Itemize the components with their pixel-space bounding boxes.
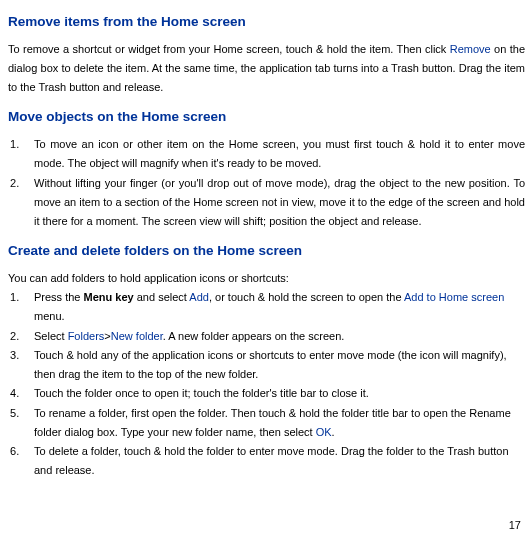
text: , or touch & hold the screen to open the	[209, 291, 404, 303]
intro-text: You can add folders to hold application …	[8, 269, 525, 288]
list-item: Touch & hold any of the application icon…	[8, 346, 525, 385]
text: Press the	[34, 291, 84, 303]
section-move-objects: Move objects on the Home screen To move …	[8, 105, 525, 231]
list-item: Press the Menu key and select Add, or to…	[8, 288, 525, 327]
list-item: To delete a folder, touch & hold the fol…	[8, 442, 525, 481]
section-create-folders: Create and delete folders on the Home sc…	[8, 239, 525, 480]
list-item: Touch the folder once to open it; touch …	[8, 384, 525, 403]
text: Select	[34, 330, 68, 342]
text: and select	[134, 291, 190, 303]
paragraph: To remove a shortcut or widget from your…	[8, 40, 525, 98]
add-home-label: Add to Home screen	[404, 291, 504, 303]
ok-label: OK	[316, 426, 332, 438]
heading-create-folders: Create and delete folders on the Home sc…	[8, 239, 525, 263]
heading-move-objects: Move objects on the Home screen	[8, 105, 525, 129]
add-label: Add	[189, 291, 209, 303]
list-item: To rename a folder, first open the folde…	[8, 404, 525, 443]
page-number: 17	[509, 516, 521, 535]
move-objects-list: To move an icon or other item on the Hom…	[8, 135, 525, 231]
section-remove-items: Remove items from the Home screen To rem…	[8, 10, 525, 97]
list-item: Select Folders>New folder. A new folder …	[8, 327, 525, 346]
list-item: Without lifting your finger (or you'll d…	[8, 174, 525, 232]
create-folders-list: Press the Menu key and select Add, or to…	[8, 288, 525, 481]
folders-label: Folders	[68, 330, 105, 342]
remove-link-text: Remove	[450, 43, 491, 55]
text: . A new folder appears on the screen.	[163, 330, 345, 342]
text: To rename a folder, first open the folde…	[34, 407, 511, 438]
menu-key-label: Menu key	[84, 291, 134, 303]
text: To remove a shortcut or widget from your…	[8, 43, 450, 55]
heading-remove-items: Remove items from the Home screen	[8, 10, 525, 34]
list-item: To move an icon or other item on the Hom…	[8, 135, 525, 174]
text: .	[332, 426, 335, 438]
text: menu.	[34, 310, 65, 322]
new-folder-label: New folder	[111, 330, 163, 342]
